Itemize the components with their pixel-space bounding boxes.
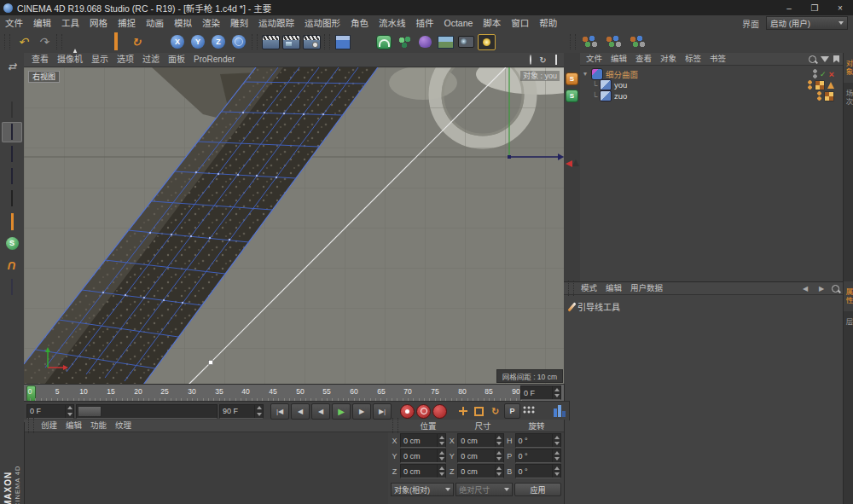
size-z-field[interactable]: 0 cm — [457, 464, 503, 478]
ruler-frame-field[interactable]: 0 F — [520, 385, 561, 400]
search-icon[interactable] — [832, 285, 839, 293]
om-menu-view[interactable]: 查看 — [631, 53, 656, 65]
maximize-button[interactable]: ❐ — [802, 1, 827, 15]
menu-mesh[interactable]: 网格 — [84, 15, 113, 31]
am-menu-edit[interactable]: 编辑 — [601, 282, 626, 294]
menu-snap[interactable]: 捕捉 — [113, 15, 141, 31]
object-name[interactable]: 细分曲面 — [606, 68, 638, 80]
pan-view-icon[interactable] — [512, 55, 523, 65]
wrench-icon[interactable] — [566, 55, 579, 68]
autokey-button[interactable] — [416, 404, 431, 419]
om-menu-tags[interactable]: 标签 — [681, 53, 705, 65]
object-name[interactable]: you — [614, 80, 627, 90]
object-row-subdivision-surface[interactable]: ▾ 细分曲面 — [580, 68, 843, 79]
undo-icon[interactable] — [14, 32, 32, 51]
layout-spheres-icon[interactable] — [580, 34, 601, 49]
am-menu-mode[interactable]: 模式 — [577, 282, 601, 294]
rotate-tool-icon[interactable] — [127, 32, 146, 51]
size-y-field[interactable]: 0 cm — [457, 449, 503, 463]
layout-dropdown[interactable]: 启动 (用户) — [766, 16, 848, 30]
menu-render[interactable]: 渲染 — [197, 15, 225, 31]
viewport-canvas[interactable] — [24, 67, 564, 385]
toggle-view-icon[interactable] — [550, 55, 561, 65]
spheres-red-blue-icon[interactable] — [566, 123, 579, 136]
polygons-mode-icon[interactable] — [2, 166, 22, 187]
menu-octane[interactable]: Octane — [439, 15, 479, 31]
record-scale-toggle[interactable] — [472, 404, 486, 418]
size-mode-dropdown[interactable]: 绝对尺寸 — [456, 483, 513, 496]
tab-objects[interactable]: 对象 — [844, 53, 853, 83]
move-tool-icon[interactable] — [86, 32, 105, 51]
viewport-menu-options[interactable]: 选项 — [113, 53, 138, 67]
disabled-x-icon[interactable] — [829, 69, 834, 79]
axis-cube-icon[interactable] — [2, 188, 22, 209]
tab-takes[interactable]: 场次 — [844, 83, 853, 113]
layout-spheres-icon[interactable] — [604, 34, 624, 49]
spline-pen-icon[interactable] — [354, 32, 373, 51]
stepper-up-icon[interactable] — [553, 386, 560, 393]
filter-icon[interactable] — [821, 56, 829, 62]
coordinate-system-icon[interactable] — [229, 32, 248, 51]
palette-grip[interactable] — [324, 34, 330, 49]
search-icon[interactable] — [809, 55, 816, 63]
generator-icon[interactable] — [374, 32, 393, 51]
record-rotation-toggle[interactable] — [488, 404, 502, 418]
position-y-field[interactable]: 0 cm — [400, 449, 446, 463]
tab-layers[interactable]: 层 — [844, 311, 853, 333]
rotate-view-icon[interactable] — [537, 55, 548, 65]
object-name[interactable]: zuo — [614, 91, 627, 101]
menu-window[interactable]: 窗口 — [506, 15, 534, 31]
close-button[interactable]: × — [827, 1, 853, 15]
mat-menu-function[interactable]: 功能 — [86, 420, 111, 432]
zoom-view-icon[interactable] — [525, 55, 536, 65]
mat-menu-texture[interactable]: 纹理 — [111, 420, 136, 432]
points-mode-icon[interactable] — [2, 122, 22, 142]
camera-icon[interactable] — [456, 32, 475, 51]
previous-frame-button[interactable] — [311, 403, 330, 420]
apply-button[interactable]: 应用 — [514, 483, 561, 496]
xy-axes-icon[interactable] — [566, 157, 579, 171]
object-row-you[interactable]: └ you — [580, 79, 843, 90]
slider-handle[interactable] — [78, 406, 102, 417]
coordinate-mode-dropdown[interactable]: 对象(相对) — [391, 483, 454, 496]
primitive-cube-icon[interactable] — [334, 32, 352, 51]
palette-grip[interactable] — [28, 418, 34, 433]
play-button[interactable] — [332, 403, 351, 420]
s-green-badge-icon[interactable]: S — [566, 89, 579, 102]
record-position-toggle[interactable] — [456, 404, 470, 418]
history-back-icon[interactable]: ◀ — [799, 283, 811, 293]
spheres-blue-red-icon[interactable] — [566, 140, 579, 154]
snap-icon[interactable] — [2, 255, 22, 275]
environment-icon[interactable] — [436, 32, 455, 51]
texture-tag-icon[interactable] — [824, 91, 834, 101]
om-menu-bookmarks[interactable]: 书签 — [705, 53, 730, 65]
history-forward-icon[interactable]: ▶ — [815, 283, 827, 293]
lock-z-axis-icon[interactable]: Z — [209, 32, 228, 51]
object-row-zuo[interactable]: └ zuo — [580, 90, 843, 101]
texture-tag-icon[interactable] — [815, 80, 825, 90]
mat-menu-create[interactable]: 创建 — [37, 420, 61, 432]
pliers-icon[interactable] — [566, 106, 579, 119]
model-mode-icon[interactable] — [2, 78, 22, 98]
edges-mode-icon[interactable] — [2, 144, 22, 165]
render-picture-viewer-icon[interactable] — [281, 32, 300, 51]
visibility-dots-icon[interactable] — [813, 69, 817, 78]
render-settings-icon[interactable] — [302, 32, 321, 51]
mograph-icon[interactable] — [395, 32, 414, 51]
viewport-menu-cameras[interactable]: 摄像机 — [53, 53, 87, 67]
selection-tag-icon[interactable] — [827, 82, 834, 89]
mat-menu-edit[interactable]: 编辑 — [61, 420, 86, 432]
menu-help[interactable]: 帮助 — [534, 15, 562, 31]
om-menu-objects[interactable]: 对象 — [656, 53, 681, 65]
record-keyframe-button[interactable] — [400, 404, 415, 419]
palette-grip[interactable] — [392, 418, 398, 433]
palette-grip[interactable] — [252, 34, 258, 49]
menu-character[interactable]: 角色 — [345, 15, 374, 31]
viewport-menu-panel[interactable]: 面板 — [164, 53, 189, 67]
palette-grip[interactable] — [4, 34, 10, 49]
menu-simulate[interactable]: 模拟 — [169, 15, 197, 31]
current-frame-field[interactable]: 0 F — [26, 404, 74, 419]
enable-axis-icon[interactable] — [2, 211, 22, 231]
position-z-field[interactable]: 0 cm — [400, 464, 446, 478]
keyframe-selection-icon[interactable] — [522, 405, 536, 417]
